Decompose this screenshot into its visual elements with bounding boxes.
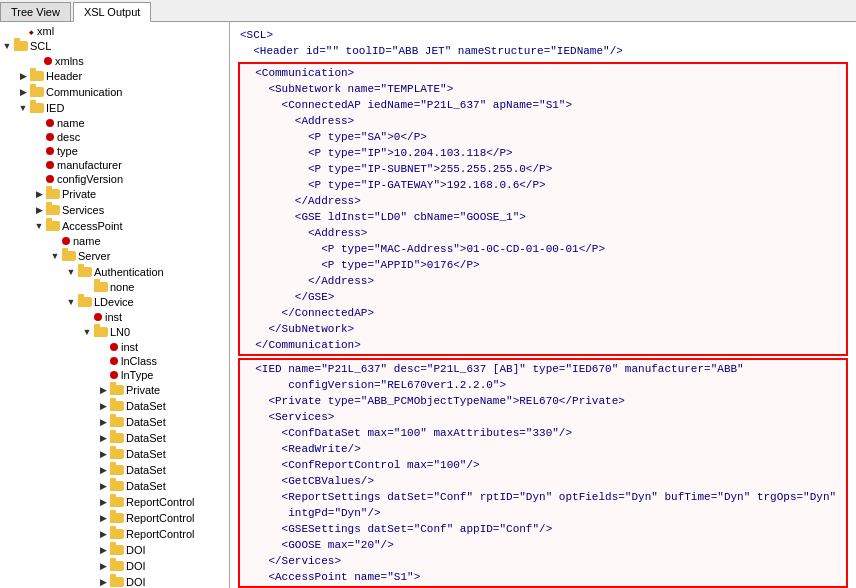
tree-item-desc[interactable]: desc [0, 130, 229, 144]
dataset6-icon [110, 481, 124, 491]
configversion-dot [46, 175, 54, 183]
tree-item-server[interactable]: ▼ Server [0, 248, 229, 264]
tab-tree-view[interactable]: Tree View [0, 2, 71, 21]
dataset2-expand[interactable]: ▶ [96, 415, 110, 429]
doi3-expand[interactable]: ▶ [96, 575, 110, 588]
tree-item-none[interactable]: none [0, 280, 229, 294]
tree-item-dataset1[interactable]: ▶ DataSet [0, 398, 229, 414]
tree-item-doi2[interactable]: ▶ DOI [0, 558, 229, 574]
private-expand-icon[interactable]: ▶ [32, 187, 46, 201]
ied-expand-icon[interactable]: ▼ [16, 101, 30, 115]
dataset4-icon [110, 449, 124, 459]
name-dot [46, 119, 54, 127]
xml-line: </Address> [242, 273, 844, 289]
tree-item-services[interactable]: ▶ Services [0, 202, 229, 218]
reportcontrol2-expand[interactable]: ▶ [96, 511, 110, 525]
tree-item-type[interactable]: type [0, 144, 229, 158]
xml-line: <GSESettings datSet="Conf" appID="Conf"/… [242, 521, 844, 537]
tree-item-ln0[interactable]: ▼ LN0 [0, 324, 229, 340]
tree-item-xmlns[interactable]: xmlns [0, 54, 229, 68]
xml-communication-highlight: <Communication> <SubNetwork name="TEMPLA… [238, 62, 848, 356]
ln0-inst-dot [110, 343, 118, 351]
tab-xsl-output[interactable]: XSL Output [73, 2, 151, 22]
tree-item-dataset5[interactable]: ▶ DataSet [0, 462, 229, 478]
reportcontrol2-icon [110, 513, 124, 523]
xml-line: <Address> [242, 113, 844, 129]
ldevice-expand-icon[interactable]: ▼ [64, 295, 78, 309]
tree-item-header[interactable]: ▶ Header [0, 68, 229, 84]
doi2-expand[interactable]: ▶ [96, 559, 110, 573]
tree-item-dataset2[interactable]: ▶ DataSet [0, 414, 229, 430]
xml-line: <P type="APPID">0176</P> [242, 257, 844, 273]
xml-line: <Header id="" toolID="ABB JET" nameStruc… [240, 43, 846, 59]
communication-expand-icon[interactable]: ▶ [16, 85, 30, 99]
tree-item-doi3[interactable]: ▶ DOI [0, 574, 229, 588]
services-label: Services [62, 204, 104, 216]
none-folder-icon [94, 282, 108, 292]
lntype-dot [110, 371, 118, 379]
tree-item-accesspoint[interactable]: ▼ AccessPoint [0, 218, 229, 234]
reportcontrol3-icon [110, 529, 124, 539]
ln0-expand-icon[interactable]: ▼ [80, 325, 94, 339]
tree-item-ap-name[interactable]: name [0, 234, 229, 248]
xml-line: <Services> [242, 409, 844, 425]
tree-item-ln0-private[interactable]: ▶ Private [0, 382, 229, 398]
tree-item-reportcontrol1[interactable]: ▶ ReportControl [0, 494, 229, 510]
doi1-expand[interactable]: ▶ [96, 543, 110, 557]
auth-expand-icon[interactable]: ▼ [64, 265, 78, 279]
dataset4-expand[interactable]: ▶ [96, 447, 110, 461]
reportcontrol1-expand[interactable]: ▶ [96, 495, 110, 509]
manufacturer-dot [46, 161, 54, 169]
xml-line: <ConfDataSet max="100" maxAttributes="33… [242, 425, 844, 441]
tree-item-lntype[interactable]: lnType [0, 368, 229, 382]
xml-line: <GetCBValues/> [242, 473, 844, 489]
reportcontrol1-icon [110, 497, 124, 507]
desc-dot [46, 133, 54, 141]
tree-item-doi1[interactable]: ▶ DOI [0, 542, 229, 558]
reportcontrol3-expand[interactable]: ▶ [96, 527, 110, 541]
tree-item-dataset6[interactable]: ▶ DataSet [0, 478, 229, 494]
tree-item-authentication[interactable]: ▼ Authentication [0, 264, 229, 280]
tree-item-private[interactable]: ▶ Private [0, 186, 229, 202]
tree-item-manufacturer[interactable]: manufacturer [0, 158, 229, 172]
server-expand-icon[interactable]: ▼ [48, 249, 62, 263]
tree-item-reportcontrol3[interactable]: ▶ ReportControl [0, 526, 229, 542]
dataset6-expand[interactable]: ▶ [96, 479, 110, 493]
type-dot [46, 147, 54, 155]
tree-item-reportcontrol2[interactable]: ▶ ReportControl [0, 510, 229, 526]
scl-expand-icon[interactable]: ▼ [0, 39, 14, 53]
tree-item-scl[interactable]: ▼ SCL [0, 38, 229, 54]
xml-panel: <SCL> <Header id="" toolID="ABB JET" nam… [230, 22, 856, 588]
xml-line: <ConnectedAP iedName="P21L_637" apName="… [242, 97, 844, 113]
xml-line: <ReadWrite/> [242, 441, 844, 457]
dataset2-icon [110, 417, 124, 427]
dataset3-expand[interactable]: ▶ [96, 431, 110, 445]
dataset1-expand[interactable]: ▶ [96, 399, 110, 413]
tree-item-ldevice-inst[interactable]: inst [0, 310, 229, 324]
tree-item-xml[interactable]: ⬥ xml [0, 24, 229, 38]
xmlns-dot [44, 57, 52, 65]
dataset5-icon [110, 465, 124, 475]
xml-line: </Communication> [242, 337, 844, 353]
dataset5-expand[interactable]: ▶ [96, 463, 110, 477]
xml-line: <AccessPoint name="S1"> [242, 569, 844, 585]
xml-line: </SubNetwork> [242, 321, 844, 337]
xml-line: </ConnectedAP> [242, 305, 844, 321]
tree-item-configversion[interactable]: configVersion [0, 172, 229, 186]
accesspoint-expand-icon[interactable]: ▼ [32, 219, 46, 233]
xml-line: <ConfReportControl max="100"/> [242, 457, 844, 473]
tree-item-lnclass[interactable]: lnClass [0, 354, 229, 368]
services-expand-icon[interactable]: ▶ [32, 203, 46, 217]
tree-item-dataset3[interactable]: ▶ DataSet [0, 430, 229, 446]
ln0-private-expand[interactable]: ▶ [96, 383, 110, 397]
tree-item-communication[interactable]: ▶ Communication [0, 84, 229, 100]
tree-item-ied[interactable]: ▼ IED [0, 100, 229, 116]
tree-item-name[interactable]: name [0, 116, 229, 130]
tree-item-ln0-inst[interactable]: inst [0, 340, 229, 354]
xml-line: <GOOSE max="20"/> [242, 537, 844, 553]
header-expand-icon[interactable]: ▶ [16, 69, 30, 83]
xml-line: <Address> [242, 225, 844, 241]
tree-item-dataset4[interactable]: ▶ DataSet [0, 446, 229, 462]
xml-line: <ReportSettings datSet="Conf" rptID="Dyn… [242, 489, 844, 505]
tree-item-ldevice[interactable]: ▼ LDevice [0, 294, 229, 310]
